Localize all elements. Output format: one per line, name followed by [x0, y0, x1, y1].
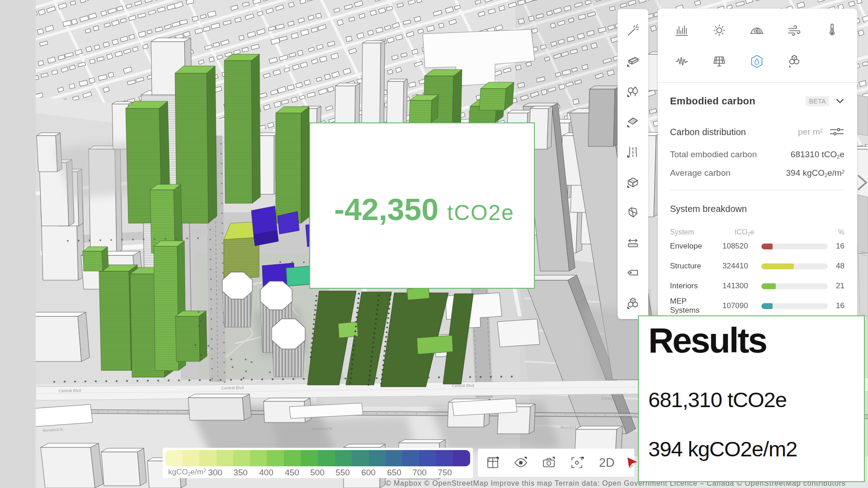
svg-text:Central Blvd: Central Blvd [59, 388, 81, 393]
svg-text:Beresford St: Beresford St [43, 427, 64, 432]
svg-text:Beresford St: Beresford St [312, 427, 332, 431]
svg-text:Central Blvd: Central Blvd [222, 385, 244, 390]
